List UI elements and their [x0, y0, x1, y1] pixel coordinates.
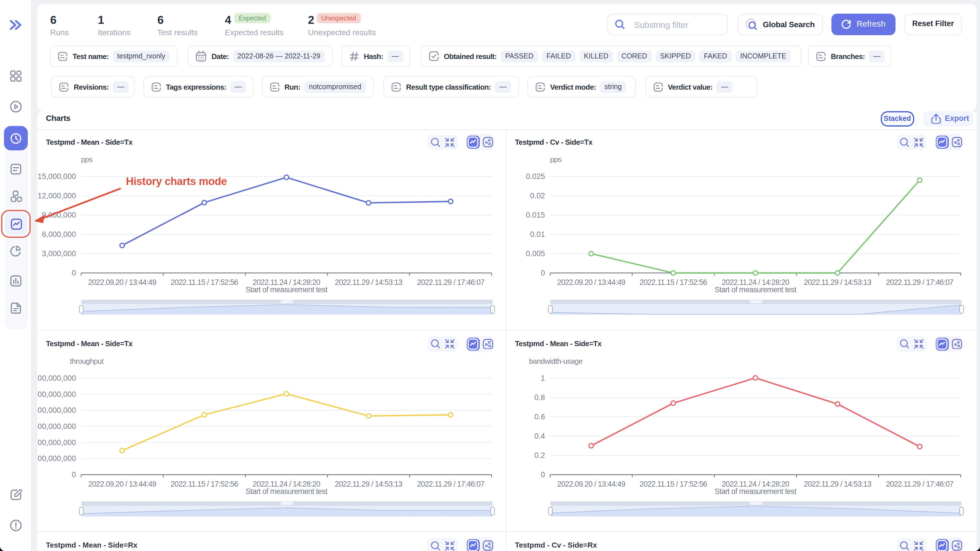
svg-text:2022.11.24 / 14:28:20: 2022.11.24 / 14:28:20 — [253, 480, 320, 488]
svg-text:2022.11.29 / 17:46:07: 2022.11.29 / 17:46:07 — [417, 480, 484, 488]
svg-text:3,000,000: 3,000,000 — [42, 249, 76, 258]
svg-text:00,000,000: 00,000,000 — [38, 438, 76, 447]
svg-text:throughput: throughput — [70, 357, 104, 365]
svg-text:2022.11.24 / 14:28:20: 2022.11.24 / 14:28:20 — [722, 480, 789, 488]
svg-text:0.02: 0.02 — [530, 191, 545, 200]
svg-text:2022.11.29 / 17:46:07: 2022.11.29 / 17:46:07 — [886, 278, 953, 287]
svg-text:Start of measurement test: Start of measurement test — [245, 487, 328, 496]
svg-text:Start of measurement test: Start of measurement test — [714, 285, 797, 294]
svg-text:0.6: 0.6 — [534, 412, 545, 421]
svg-text:00,000,000: 00,000,000 — [38, 406, 76, 414]
svg-text:0.2: 0.2 — [534, 451, 545, 460]
svg-text:0: 0 — [541, 470, 545, 479]
svg-text:2022.11.29 / 14:53:13: 2022.11.29 / 14:53:13 — [335, 480, 402, 488]
svg-text:2022.11.29 / 14:53:13: 2022.11.29 / 14:53:13 — [804, 480, 872, 488]
svg-text:00,000,000: 00,000,000 — [38, 374, 76, 382]
svg-text:1: 1 — [541, 374, 545, 382]
svg-text:0: 0 — [72, 470, 76, 479]
svg-text:0.025: 0.025 — [526, 172, 545, 181]
svg-text:2022.11.15 / 17:52:56: 2022.11.15 / 17:52:56 — [171, 480, 238, 488]
svg-text:2022.11.29 / 14:53:13: 2022.11.29 / 14:53:13 — [804, 278, 872, 287]
svg-text:2022.09.20 / 13:44:49: 2022.09.20 / 13:44:49 — [88, 480, 156, 488]
svg-text:2022.11.29 / 17:46:07: 2022.11.29 / 17:46:07 — [886, 480, 953, 488]
svg-text:0.01: 0.01 — [530, 230, 545, 239]
svg-text:2022.11.29 / 17:46:07: 2022.11.29 / 17:46:07 — [417, 278, 484, 287]
svg-text:2022.11.15 / 17:52:56: 2022.11.15 / 17:52:56 — [640, 278, 707, 287]
svg-text:2022.11.24 / 14:28:20: 2022.11.24 / 14:28:20 — [722, 278, 789, 287]
svg-text:00,000,000: 00,000,000 — [38, 422, 76, 431]
svg-text:2022.11.29 / 14:53:13: 2022.11.29 / 14:53:13 — [335, 278, 402, 287]
svg-text:2022.09.20 / 13:44:49: 2022.09.20 / 13:44:49 — [557, 480, 625, 488]
svg-text:2022.11.15 / 17:52:56: 2022.11.15 / 17:52:56 — [640, 480, 707, 488]
svg-text:0: 0 — [541, 269, 545, 277]
svg-text:0.015: 0.015 — [526, 211, 545, 219]
svg-text:pps: pps — [550, 155, 562, 164]
svg-text:0: 0 — [72, 269, 76, 277]
svg-text:0.8: 0.8 — [534, 393, 545, 402]
svg-text:bandwidth-usage: bandwidth-usage — [529, 357, 582, 365]
svg-text:00,000,000: 00,000,000 — [38, 454, 76, 463]
svg-text:pps: pps — [81, 155, 93, 164]
svg-text:Start of measurement test: Start of measurement test — [245, 285, 328, 294]
svg-text:Start of measurement test: Start of measurement test — [714, 487, 797, 496]
svg-text:2022.11.15 / 17:52:56: 2022.11.15 / 17:52:56 — [171, 278, 238, 287]
svg-text:2022.09.20 / 13:44:49: 2022.09.20 / 13:44:49 — [557, 278, 625, 287]
svg-text:0.005: 0.005 — [526, 249, 545, 258]
svg-text:2022.11.24 / 14:28:20: 2022.11.24 / 14:28:20 — [253, 278, 320, 287]
svg-text:2022.09.20 / 13:44:49: 2022.09.20 / 13:44:49 — [88, 278, 156, 287]
svg-text:00,000,000: 00,000,000 — [38, 390, 76, 399]
svg-text:0.4: 0.4 — [534, 432, 545, 440]
